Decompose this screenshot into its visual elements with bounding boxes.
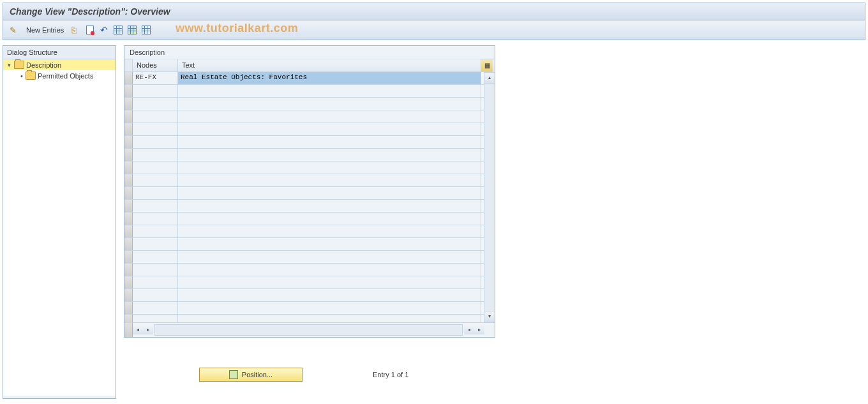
table-row <box>124 149 495 161</box>
scroll-right2-icon[interactable]: ▸ <box>474 325 484 334</box>
row-selector[interactable] <box>124 251 133 263</box>
tree-item-label: Description <box>26 61 61 69</box>
description-grid: Description Nodes Text ▦ RE-FXReal Estat… <box>124 45 495 338</box>
cell-text[interactable] <box>178 98 481 110</box>
cell-nodes[interactable] <box>133 187 178 199</box>
scroll-down-icon[interactable]: ▾ <box>484 311 495 322</box>
grid-title: Description <box>124 46 495 59</box>
deselect-all-icon[interactable] <box>140 24 152 36</box>
row-selector[interactable] <box>124 276 133 288</box>
row-selector[interactable] <box>124 161 133 174</box>
row-selector[interactable] <box>124 315 133 322</box>
cell-nodes[interactable] <box>133 225 178 237</box>
table-row <box>124 110 495 123</box>
tree-item-label: Permitted Objects <box>38 72 93 80</box>
cell-nodes[interactable] <box>133 161 178 174</box>
row-selector[interactable] <box>124 187 133 199</box>
position-button[interactable]: Position... <box>199 368 303 382</box>
cell-text[interactable] <box>178 289 481 301</box>
row-selector[interactable] <box>124 85 133 97</box>
cell-text[interactable] <box>178 213 481 225</box>
horizontal-scrollbar[interactable]: ◂ ▸ ◂ ▸ <box>124 322 495 337</box>
cell-text[interactable] <box>178 187 481 199</box>
row-selector[interactable] <box>124 136 133 148</box>
cell-text[interactable]: Real Estate Objects: Favorites <box>178 72 481 84</box>
cell-nodes[interactable] <box>133 149 178 161</box>
cell-text[interactable] <box>178 264 481 276</box>
new-entries-button[interactable]: New Entries <box>22 26 68 34</box>
cell-text[interactable] <box>178 123 481 135</box>
cell-text[interactable] <box>178 225 481 237</box>
cell-text[interactable] <box>178 161 481 174</box>
copy-icon[interactable]: ⎘ <box>70 24 82 36</box>
row-selector[interactable] <box>124 174 133 186</box>
scroll-up-icon[interactable]: ▴ <box>484 72 495 84</box>
entry-counter: Entry 1 of 1 <box>373 371 408 378</box>
row-selector[interactable] <box>124 289 133 301</box>
tree-header: Dialog Structure <box>3 46 116 59</box>
scroll-right-icon[interactable]: ▸ <box>143 325 153 334</box>
row-selector[interactable] <box>124 225 133 237</box>
cell-text[interactable] <box>178 136 481 148</box>
row-selector[interactable] <box>124 238 133 250</box>
cell-nodes[interactable] <box>133 289 178 301</box>
cell-text[interactable] <box>178 149 481 161</box>
cell-text[interactable] <box>178 200 481 212</box>
cell-text[interactable] <box>178 238 481 250</box>
cell-nodes[interactable]: RE-FX <box>133 72 178 84</box>
row-selector[interactable] <box>124 110 133 123</box>
cell-nodes[interactable] <box>133 85 178 97</box>
cell-nodes[interactable] <box>133 238 178 250</box>
undo-icon[interactable]: ↶ <box>98 24 110 36</box>
cell-text[interactable] <box>178 85 481 97</box>
cell-nodes[interactable] <box>133 251 178 263</box>
cell-nodes[interactable] <box>133 136 178 148</box>
delete-icon[interactable] <box>84 24 96 36</box>
tree-item-description[interactable]: ▾ Description <box>3 59 116 70</box>
cell-nodes[interactable] <box>133 110 178 123</box>
row-selector[interactable] <box>124 213 133 225</box>
row-selector[interactable] <box>124 72 133 84</box>
table-row <box>124 213 495 225</box>
row-selector[interactable] <box>124 149 133 161</box>
row-selector[interactable] <box>124 123 133 135</box>
cell-text[interactable] <box>178 276 481 288</box>
vertical-scrollbar[interactable]: ▴ ▾ <box>484 72 495 322</box>
cell-nodes[interactable] <box>133 264 178 276</box>
tree-item-permitted-objects[interactable]: • Permitted Objects <box>3 70 116 81</box>
collapse-icon[interactable]: ▾ <box>6 62 12 68</box>
cell-nodes[interactable] <box>133 276 178 288</box>
cell-nodes[interactable] <box>133 302 178 314</box>
cell-nodes[interactable] <box>133 213 178 225</box>
watermark: www.tutorialkart.com <box>176 22 298 35</box>
configure-columns-icon[interactable]: ▦ <box>481 59 493 72</box>
cell-text[interactable] <box>178 110 481 123</box>
position-label: Position... <box>242 371 273 378</box>
change-icon[interactable]: ✎ <box>8 24 20 36</box>
cell-nodes[interactable] <box>133 200 178 212</box>
cell-nodes[interactable] <box>133 315 178 322</box>
cell-text[interactable] <box>178 315 481 322</box>
cell-nodes[interactable] <box>133 98 178 110</box>
bullet-icon: • <box>20 72 24 80</box>
row-selector[interactable] <box>124 302 133 314</box>
select-all-icon[interactable] <box>112 24 124 36</box>
row-selector[interactable] <box>124 264 133 276</box>
folder-open-icon <box>14 61 24 69</box>
row-selector[interactable] <box>124 200 133 212</box>
column-text[interactable]: Text <box>178 59 481 72</box>
cell-text[interactable] <box>178 174 481 186</box>
cell-text[interactable] <box>178 251 481 263</box>
table-row <box>124 302 495 315</box>
select-block-icon[interactable] <box>126 24 138 36</box>
cell-text[interactable] <box>178 302 481 314</box>
table-row <box>124 289 495 302</box>
select-all-rows[interactable] <box>124 59 133 72</box>
scroll-left2-icon[interactable]: ◂ <box>464 325 474 334</box>
column-nodes[interactable]: Nodes <box>133 59 178 72</box>
cell-nodes[interactable] <box>133 174 178 186</box>
row-selector[interactable] <box>124 98 133 110</box>
cell-nodes[interactable] <box>133 123 178 135</box>
scroll-left-icon[interactable]: ◂ <box>133 325 143 334</box>
page-title: Change View "Description": Overview <box>3 3 865 20</box>
